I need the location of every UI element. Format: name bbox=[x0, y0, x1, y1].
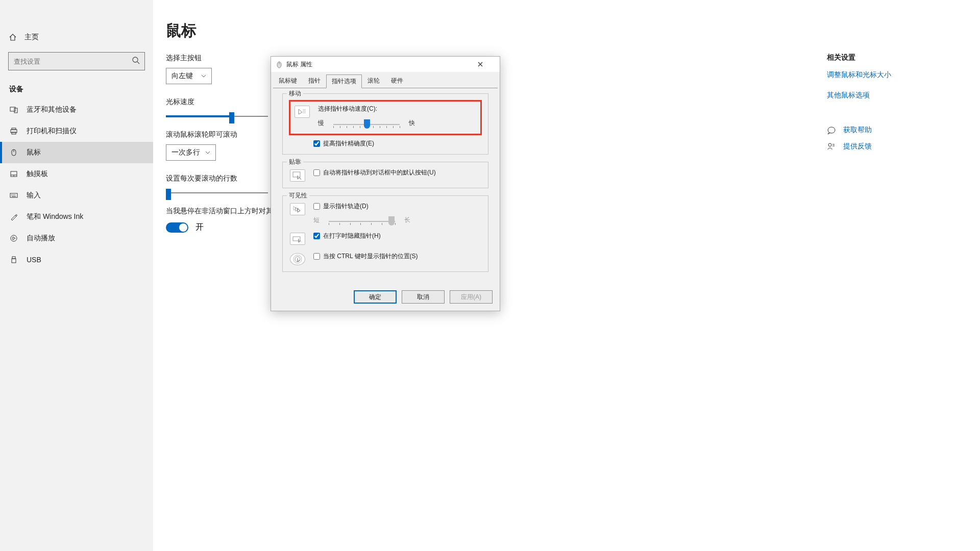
ok-button[interactable]: 确定 bbox=[354, 290, 397, 304]
sidebar: 主页 设备 蓝牙和其他设备 打印机和扫描仪 鼠标 触摸板 输入 笔和 Windo… bbox=[0, 0, 153, 551]
hide-while-typing-checkbox[interactable]: 在打字时隐藏指针(H) bbox=[313, 232, 381, 240]
dialog-titlebar[interactable]: 鼠标 属性 bbox=[271, 57, 500, 72]
hide-while-typing-icon bbox=[290, 233, 305, 245]
hover-inactive-toggle[interactable] bbox=[166, 222, 188, 233]
search-input[interactable] bbox=[8, 52, 145, 70]
svg-rect-30 bbox=[293, 237, 300, 241]
pointer-speed-label: 选择指针移动速度(C): bbox=[318, 105, 477, 113]
sidebar-item-mouse[interactable]: 鼠标 bbox=[0, 142, 153, 163]
usb-icon bbox=[9, 255, 18, 264]
page-title: 鼠标 bbox=[166, 20, 967, 41]
sidebar-item-label: 鼠标 bbox=[27, 148, 41, 157]
svg-point-19 bbox=[11, 235, 17, 241]
group-motion: 移动 选择指针移动速度(C): 慢 快 bbox=[282, 93, 488, 155]
pointer-trails-checkbox[interactable]: 显示指针轨迹(D) bbox=[313, 202, 369, 211]
pointer-trails-input[interactable] bbox=[313, 203, 320, 210]
tab-hardware[interactable]: 硬件 bbox=[385, 74, 409, 88]
sidebar-item-label: 打印机和扫描仪 bbox=[27, 127, 77, 136]
svg-rect-7 bbox=[12, 128, 16, 130]
enhance-precision-input[interactable] bbox=[313, 140, 320, 147]
get-help-label: 获取帮助 bbox=[843, 126, 872, 135]
group-snap: 贴靠 自动将指针移动到对话框中的默认按钮(U) bbox=[282, 162, 488, 188]
svg-line-3 bbox=[137, 62, 139, 64]
pointer-trails-label: 显示指针轨迹(D) bbox=[323, 202, 369, 211]
help-icon bbox=[827, 126, 836, 135]
sidebar-item-printers[interactable]: 打印机和扫描仪 bbox=[0, 120, 153, 142]
sidebar-item-label: 输入 bbox=[27, 191, 41, 200]
pointer-trails-slider bbox=[329, 216, 395, 227]
home-icon bbox=[8, 33, 17, 42]
fast-label: 快 bbox=[409, 119, 415, 128]
short-label: 短 bbox=[313, 216, 320, 224]
devices-icon bbox=[9, 105, 18, 114]
tab-wheel[interactable]: 滚轮 bbox=[362, 74, 385, 88]
snap-to-input[interactable] bbox=[313, 169, 320, 176]
dialog-close-button[interactable] bbox=[477, 61, 498, 67]
chevron-down-icon bbox=[201, 73, 206, 79]
group-motion-title: 移动 bbox=[287, 89, 303, 98]
get-help-link[interactable]: 获取帮助 bbox=[827, 126, 949, 135]
slow-label: 慢 bbox=[318, 119, 324, 128]
group-snap-title: 贴靠 bbox=[287, 158, 303, 166]
sidebar-item-pen[interactable]: 笔和 Windows Ink bbox=[0, 206, 153, 228]
home-nav[interactable]: 主页 bbox=[0, 27, 153, 48]
ctrl-locate-input[interactable] bbox=[313, 253, 320, 260]
printer-icon bbox=[9, 127, 18, 136]
enhance-precision-checkbox[interactable]: 提高指针精确度(E) bbox=[313, 139, 374, 148]
sidebar-item-typing[interactable]: 输入 bbox=[0, 185, 153, 206]
long-label: 长 bbox=[404, 216, 410, 224]
sidebar-item-label: 笔和 Windows Ink bbox=[27, 212, 83, 221]
snap-to-label: 自动将指针移动到对话框中的默认按钮(U) bbox=[323, 168, 436, 177]
sidebar-item-label: 蓝牙和其他设备 bbox=[27, 105, 77, 114]
give-feedback-link[interactable]: 提供反馈 bbox=[827, 142, 949, 151]
mouse-icon bbox=[9, 148, 18, 157]
group-visibility: 可见性 显示指针轨迹(D) 短 长 bbox=[282, 195, 488, 272]
sidebar-item-label: 自动播放 bbox=[27, 234, 55, 243]
mouse-properties-dialog: 鼠标 属性 鼠标键 指针 指针选项 滚轮 硬件 移动 选择指针移动速度(C): … bbox=[271, 56, 500, 311]
svg-rect-14 bbox=[10, 193, 17, 197]
tab-pointers[interactable]: 指针 bbox=[303, 74, 326, 88]
related-settings-heading: 相关设置 bbox=[827, 53, 949, 62]
sidebar-item-usb[interactable]: USB bbox=[0, 249, 153, 270]
svg-point-22 bbox=[828, 127, 835, 133]
link-adjust-cursor-size[interactable]: 调整鼠标和光标大小 bbox=[827, 70, 949, 80]
sidebar-item-label: 触摸板 bbox=[27, 169, 48, 179]
pointer-speed-slider[interactable] bbox=[333, 119, 400, 130]
primary-button-dropdown[interactable]: 向左键 bbox=[166, 68, 212, 84]
cursor-speed-slider[interactable] bbox=[166, 116, 268, 117]
pointer-speed-icon bbox=[295, 106, 310, 118]
svg-point-23 bbox=[828, 143, 831, 146]
search-icon bbox=[132, 56, 140, 64]
hide-while-typing-input[interactable] bbox=[313, 233, 320, 239]
apply-button[interactable]: 应用(A) bbox=[450, 290, 493, 304]
tab-pointer-options[interactable]: 指针选项 bbox=[326, 74, 362, 88]
sidebar-item-bluetooth[interactable]: 蓝牙和其他设备 bbox=[0, 99, 153, 120]
toggle-state-label: 开 bbox=[195, 222, 204, 233]
right-rail: 相关设置 调整鼠标和光标大小 其他鼠标选项 获取帮助 提供反馈 bbox=[827, 53, 949, 158]
link-additional-mouse-options[interactable]: 其他鼠标选项 bbox=[827, 91, 949, 100]
lines-per-scroll-slider[interactable] bbox=[166, 192, 268, 193]
sidebar-item-touchpad[interactable]: 触摸板 bbox=[0, 163, 153, 185]
scroll-mode-dropdown[interactable]: 一次多行 bbox=[166, 144, 216, 161]
ctrl-locate-icon bbox=[290, 253, 305, 265]
keyboard-icon bbox=[9, 191, 18, 200]
dialog-tabs: 鼠标键 指针 指针选项 滚轮 硬件 bbox=[271, 72, 500, 88]
ctrl-locate-label: 当按 CTRL 键时显示指针的位置(S) bbox=[323, 252, 418, 261]
sidebar-item-autoplay[interactable]: 自动播放 bbox=[0, 228, 153, 249]
mouse-glyph-icon bbox=[275, 60, 283, 68]
give-feedback-label: 提供反馈 bbox=[843, 142, 872, 151]
chevron-down-icon bbox=[205, 150, 210, 155]
autoplay-icon bbox=[9, 234, 18, 243]
svg-rect-21 bbox=[12, 259, 16, 263]
cancel-button[interactable]: 取消 bbox=[402, 290, 445, 304]
svg-rect-5 bbox=[14, 108, 17, 113]
search-box[interactable] bbox=[8, 52, 145, 70]
enhance-precision-label: 提高指针精确度(E) bbox=[323, 139, 374, 148]
tab-buttons[interactable]: 鼠标键 bbox=[273, 74, 303, 88]
hide-while-typing-label: 在打字时隐藏指针(H) bbox=[323, 232, 381, 240]
dialog-title: 鼠标 属性 bbox=[286, 60, 477, 69]
ctrl-locate-checkbox[interactable]: 当按 CTRL 键时显示指针的位置(S) bbox=[313, 252, 418, 261]
snap-to-checkbox[interactable]: 自动将指针移动到对话框中的默认按钮(U) bbox=[313, 168, 436, 177]
svg-rect-20 bbox=[12, 257, 15, 259]
touchpad-icon bbox=[9, 169, 18, 179]
